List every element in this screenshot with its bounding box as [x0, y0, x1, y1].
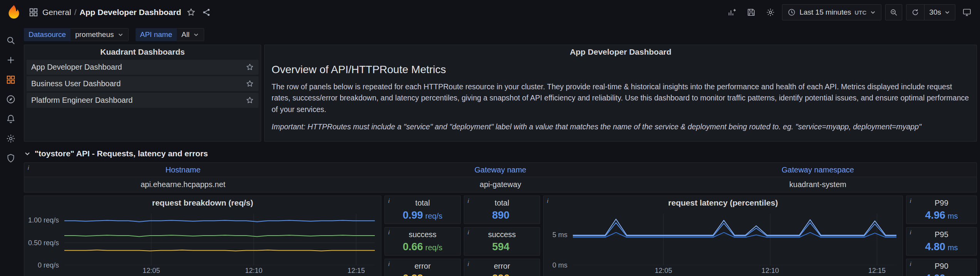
x-axis-labels: 12:05 12:10 12:15 [573, 266, 896, 275]
metrics-panel-row: request breakdown (req/s) 1.00 req/s 0.5… [24, 196, 977, 276]
gateway-namespace-cell: kuadrant-system [659, 180, 977, 189]
overview-note: Important: HTTPRoutes must include a "se… [272, 121, 970, 132]
favorite-star-icon[interactable] [246, 80, 254, 88]
panel-app-developer-dashboard: App Developer Dashboard Overview of API/… [264, 45, 977, 142]
panel-info-icon[interactable]: i [547, 198, 548, 204]
stat-value: 0.33 req/s [403, 273, 442, 276]
chevron-down-icon [944, 9, 950, 15]
y-axis-labels: 1.00 req/s 0.50 req/s 0 req/s [24, 214, 61, 265]
dashboard-link-label: App Developer Dashboard [31, 63, 122, 72]
refresh-button[interactable] [906, 5, 924, 20]
column-header-gateway-namespace[interactable]: Gateway namespace [659, 166, 977, 174]
stat-panel-success-count: i success 594 [464, 227, 540, 256]
dashboards-breadcrumb-icon[interactable] [29, 7, 39, 17]
chevron-down-icon [117, 32, 124, 38]
search-icon [6, 35, 16, 45]
add-panel-icon [727, 8, 737, 17]
panel-info-icon[interactable]: i [388, 229, 389, 235]
column-header-hostname[interactable]: Hostname [24, 166, 342, 174]
sidebar-item-dashboards[interactable] [5, 74, 17, 85]
panel-info-icon[interactable]: i [910, 198, 911, 204]
time-range-picker[interactable]: Last 15 minutes UTC [782, 4, 881, 20]
breadcrumb-section[interactable]: General [42, 8, 71, 17]
clock-icon [787, 8, 796, 17]
table-row: api.ehearne.hcpapps.net api-gateway kuad… [24, 177, 977, 192]
y-tick: 1.00 req/s [28, 216, 59, 224]
stat-title: success [409, 230, 436, 239]
top-navbar: General / App Developer Dashboard Last 1… [0, 0, 980, 25]
favorite-star-icon[interactable] [246, 96, 254, 104]
y-axis-labels: 5 ms 0 ms [544, 214, 570, 265]
sidebar-item-search[interactable] [5, 35, 17, 46]
line-chart-svg [64, 214, 375, 265]
favorite-star-icon[interactable] [246, 63, 254, 71]
chevron-down-icon [24, 150, 31, 157]
save-icon [747, 8, 756, 17]
stat-panel-p90: i P90 4.60 ms [906, 259, 977, 276]
cycle-view-mode-button[interactable] [959, 5, 975, 20]
time-series-plot[interactable] [64, 214, 375, 265]
stat-value: 890 [492, 209, 512, 221]
datasource-variable-value: prometheus [75, 30, 114, 39]
refresh-interval-label: 30s [929, 8, 941, 17]
dashboard-row-toggle[interactable]: "toystore" API - Requests, latency and e… [24, 148, 977, 159]
column-header-gateway-name[interactable]: Gateway name [342, 166, 659, 174]
panel-info-icon[interactable]: i [910, 261, 911, 267]
dashboard-link[interactable]: App Developer Dashboard [27, 60, 258, 75]
breadcrumb-dashboard-title[interactable]: App Developer Dashboard [80, 8, 181, 17]
api-name-variable-dropdown[interactable]: All [177, 28, 204, 41]
panel-info-icon[interactable]: i [388, 198, 389, 204]
chevron-down-icon [193, 32, 199, 38]
datasource-variable-dropdown[interactable]: prometheus [70, 28, 128, 41]
panel-info-icon[interactable]: i [28, 165, 29, 171]
dashboard-link[interactable]: Platform Engineer Dashboard [27, 93, 258, 108]
sidebar-item-admin[interactable] [5, 152, 17, 164]
api-name-variable-value: All [181, 30, 190, 39]
dashboard-settings-button[interactable] [763, 5, 778, 20]
save-dashboard-button[interactable] [743, 5, 759, 20]
panel-title[interactable]: App Developer Dashboard [265, 45, 977, 59]
stat-panel-error-rate: i error 0.33 req/s [384, 259, 461, 276]
stat-title: total [415, 199, 430, 207]
time-range-label: Last 15 minutes [799, 8, 851, 17]
chart-area: 5 ms 0 ms 12:05 12:10 12:15 P95 [544, 210, 903, 276]
gear-icon [6, 134, 16, 144]
sidebar-item-explore[interactable] [5, 94, 17, 105]
api-name-variable-label: API name [136, 28, 177, 41]
refresh-interval-dropdown[interactable]: 30s [924, 5, 955, 20]
hostname-cell: api.ehearne.hcpapps.net [24, 180, 342, 189]
panel-info-icon[interactable]: i [388, 261, 389, 267]
stat-panel-total-count: i total 890 [464, 196, 540, 224]
panel-title[interactable]: Kuadrant Dashboards [24, 45, 261, 59]
x-tick: 12:15 [868, 267, 886, 275]
stat-value: 4.80 ms [925, 241, 958, 253]
bell-icon [6, 114, 16, 124]
panel-title[interactable]: request latency (percentiles) [544, 196, 903, 210]
sidebar-item-create[interactable] [5, 54, 17, 66]
panel-info-icon[interactable]: i [468, 198, 469, 204]
sidebar-item-configuration[interactable] [5, 133, 17, 144]
panel-info-icon[interactable]: i [910, 229, 911, 235]
panel-info-icon[interactable]: i [468, 229, 469, 235]
stat-panel-total-rate: i total 0.99 req/s [384, 196, 461, 224]
time-series-plot[interactable] [573, 214, 896, 265]
sidebar-item-alerting[interactable] [5, 113, 17, 125]
zoom-out-time-button[interactable] [885, 4, 902, 20]
add-panel-button[interactable] [724, 5, 740, 20]
overview-heading: Overview of API/HTTPRoute Metrics [272, 64, 970, 76]
refresh-controls: 30s [906, 4, 955, 20]
stat-title: P95 [935, 230, 948, 239]
panel-title[interactable]: request breakdown (req/s) [24, 196, 381, 210]
timezone-label: UTC [855, 9, 867, 16]
favorite-dashboard-button[interactable] [183, 5, 199, 20]
grafana-logo-icon[interactable] [5, 4, 22, 21]
share-icon [202, 8, 211, 17]
share-dashboard-button[interactable] [199, 5, 214, 20]
panel-info-icon[interactable]: i [468, 261, 469, 267]
dashboard-link[interactable]: Business User Dashboard [27, 76, 258, 91]
panel-api-summary-table: i Hostname Gateway name Gateway namespac… [24, 162, 977, 192]
y-tick: 0 req/s [38, 261, 59, 269]
x-tick: 12:10 [245, 267, 262, 275]
stat-value: 0.99 req/s [403, 209, 442, 221]
count-stats-column: i total 890 i success 594 i error 2 [464, 196, 540, 276]
